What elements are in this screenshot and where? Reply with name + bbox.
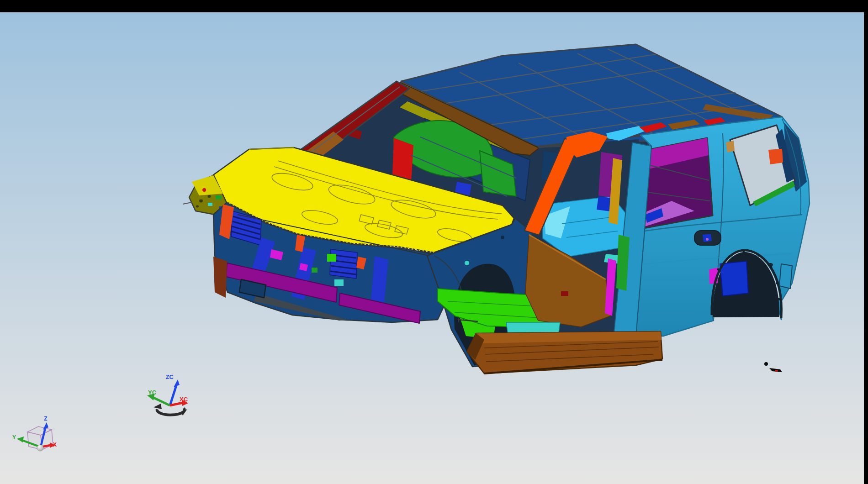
fender-green-clip[interactable]	[216, 195, 222, 200]
front-green-patch-small[interactable]	[312, 268, 318, 273]
fender-red-dot[interactable]	[202, 188, 206, 192]
fender-hole	[208, 195, 211, 198]
right-bar	[864, 12, 868, 484]
quarter-window-bracket-orange[interactable]	[768, 149, 783, 164]
fender-hole	[501, 236, 504, 239]
datum-z-label: Z	[44, 416, 47, 422]
application-window: ZC YC XC Z Y X	[0, 0, 868, 484]
fender-teal-grommet[interactable]	[465, 261, 469, 265]
fragment-dot[interactable]	[764, 362, 768, 366]
tank-shield-blue[interactable]	[720, 261, 748, 296]
datum-y-label: Y	[12, 434, 16, 441]
front-maroon-member[interactable]	[213, 257, 227, 298]
front-green-patch[interactable]	[327, 254, 336, 262]
fender-teal-clip[interactable]	[208, 203, 212, 206]
datum-x-label: X	[53, 442, 57, 448]
rear-lower-bracket[interactable]	[779, 264, 792, 289]
datum-origin-sphere[interactable]	[37, 445, 43, 451]
door-handle-dot	[706, 238, 709, 241]
quarter-window-bracket-tan[interactable]	[726, 141, 735, 153]
tunnel-red-mark	[561, 291, 568, 296]
top-bar	[0, 0, 868, 12]
wcs-x-label: XC	[180, 396, 188, 403]
wcs-y-label: YC	[148, 389, 157, 396]
wcs-z-label: ZC	[166, 374, 174, 380]
bracket-hole	[767, 263, 773, 267]
front-teal-clip[interactable]	[334, 279, 344, 286]
fender-hole	[196, 205, 199, 207]
fender-hole	[199, 200, 203, 203]
graphics-viewport[interactable]: ZC YC XC Z Y X	[0, 0, 868, 484]
